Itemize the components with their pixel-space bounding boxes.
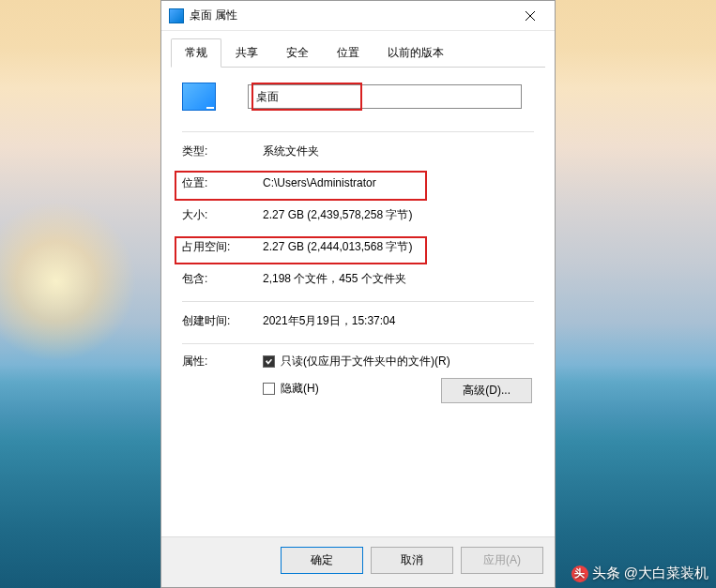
watermark-text: @大白菜装机	[624, 565, 708, 582]
tab-strip: 常规 共享 安全 位置 以前的版本	[171, 38, 545, 68]
value-created: 2021年5月19日，15:37:04	[263, 313, 534, 329]
label-size: 大小:	[182, 207, 263, 223]
value-location: C:\Users\Administrator	[263, 176, 534, 189]
tab-security[interactable]: 安全	[272, 38, 323, 67]
label-location: 位置:	[182, 175, 263, 191]
tab-general[interactable]: 常规	[171, 38, 221, 68]
row-size-on-disk: 占用空间: 2.27 GB (2,444,013,568 字节)	[182, 237, 534, 256]
tab-location[interactable]: 位置	[323, 38, 373, 67]
close-icon	[526, 11, 535, 21]
value-size: 2.27 GB (2,439,578,258 字节)	[263, 207, 534, 223]
cancel-button[interactable]: 取消	[371, 547, 453, 574]
hidden-label: 隐藏(H)	[281, 381, 319, 397]
apply-button[interactable]: 应用(A)	[461, 547, 543, 574]
properties-dialog: 桌面 属性 常规 共享 安全 位置 以前的版本 类型: 系统文件夹 位置: C:…	[160, 0, 556, 588]
label-contains: 包含:	[182, 271, 263, 287]
row-created: 创建时间: 2021年5月19日，15:37:04	[182, 311, 534, 330]
watermark-icon: 头	[571, 565, 588, 582]
row-type: 类型: 系统文件夹	[182, 142, 534, 160]
label-size-on-disk: 占用空间:	[182, 239, 263, 255]
window-title: 桌面 属性	[190, 8, 509, 23]
ok-button[interactable]: 确定	[281, 547, 363, 574]
header-row	[182, 83, 534, 111]
tab-previous-versions[interactable]: 以前的版本	[373, 38, 458, 67]
desktop-icon	[169, 8, 184, 23]
folder-name-input[interactable]	[248, 84, 522, 109]
background-sun-glow	[0, 188, 150, 375]
row-size: 大小: 2.27 GB (2,439,578,258 字节)	[182, 205, 534, 224]
close-button[interactable]	[509, 3, 551, 29]
advanced-button[interactable]: 高级(D)...	[441, 378, 532, 403]
readonly-label: 只读(仅应用于文件夹中的文件)(R)	[281, 354, 450, 369]
row-location: 位置: C:\Users\Administrator	[182, 173, 534, 192]
value-type: 系统文件夹	[263, 143, 534, 159]
tab-content-general: 类型: 系统文件夹 位置: C:\Users\Administrator 大小:…	[161, 68, 555, 536]
dialog-footer: 确定 取消 应用(A)	[161, 536, 555, 587]
titlebar: 桌面 属性	[161, 1, 555, 31]
value-size-on-disk: 2.27 GB (2,444,013,568 字节)	[263, 239, 534, 255]
row-contains: 包含: 2,198 个文件，455 个文件夹	[182, 269, 534, 288]
readonly-checkbox[interactable]	[263, 355, 275, 368]
folder-large-icon	[182, 83, 216, 111]
watermark-prefix: 头条	[592, 565, 620, 582]
label-type: 类型:	[182, 143, 263, 159]
divider	[182, 131, 534, 132]
tab-sharing[interactable]: 共享	[221, 38, 272, 67]
label-created: 创建时间:	[182, 313, 263, 329]
value-contains: 2,198 个文件，455 个文件夹	[263, 271, 534, 287]
divider	[182, 343, 534, 344]
hidden-checkbox[interactable]	[263, 383, 275, 395]
watermark: 头 头条 @大白菜装机	[571, 565, 708, 582]
label-attributes: 属性:	[182, 354, 263, 369]
readonly-row: 只读(仅应用于文件夹中的文件)(R)	[263, 354, 534, 369]
divider	[182, 301, 534, 302]
